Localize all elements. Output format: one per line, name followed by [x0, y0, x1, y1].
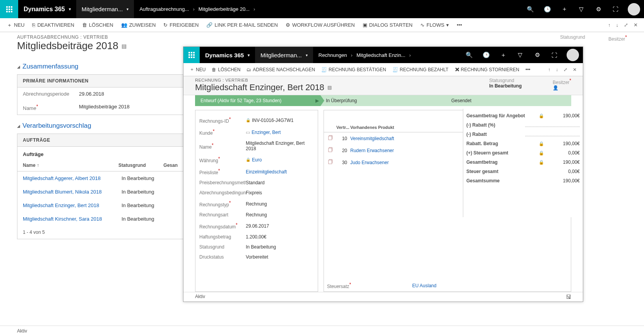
product-link[interactable]: Judo Erwachsener	[349, 159, 465, 166]
nav-down-button[interactable]: ↓	[614, 21, 621, 29]
new-button[interactable]: ＋NEU	[4, 20, 27, 30]
breadcrumb-item[interactable]: Auftragsabrechnung...	[139, 6, 189, 12]
save-icon[interactable]: 🖫	[566, 294, 571, 300]
topbar: Dynamics 365 ▾ Mitgliederman... ▾ Auftra…	[0, 0, 644, 18]
deactivate-button[interactable]: ⎘DEAKTIVIEREN	[29, 21, 77, 29]
pricelist-link[interactable]: Einzelmitgliedschaft	[246, 169, 287, 175]
table-row[interactable]: Mitgliedschaft Enzinger, Bert 2018In Bea…	[17, 199, 183, 212]
chevron-right-icon: ›	[351, 52, 353, 58]
filter-icon[interactable]: ▽	[573, 0, 590, 18]
top-icons: 🔍 🕒 ＋ ▽ ⚙ ⛶	[522, 0, 644, 18]
add-icon[interactable]: ＋	[556, 0, 573, 18]
nav-up-button[interactable]: ↑	[606, 21, 613, 29]
grid-header: Name ↑ Statusgrund Gesan	[17, 159, 183, 171]
nav-down-button[interactable]: ↓	[553, 66, 560, 74]
stage-draft[interactable]: Entwurf (Aktiv für 52 Tage, 23 Stunden) …	[195, 95, 320, 106]
lock-icon: 🔒	[538, 151, 545, 156]
search-icon[interactable]: 🔍	[461, 46, 478, 64]
col-total[interactable]: Gesan	[163, 163, 178, 168]
col-name[interactable]: Name ↑	[23, 163, 118, 168]
order-link[interactable]: Mitgliedschaft Kirschner, Sara 2018	[23, 216, 122, 222]
product-link[interactable]: Rudern Erwachsener	[349, 147, 465, 154]
confirm-invoice-button[interactable]: 🧾RECHNUNG BESTÄTIGEN	[319, 66, 389, 74]
order-link[interactable]: Mitgliedschaft Enzinger, Bert 2018	[23, 202, 122, 208]
settings-icon[interactable]: ⚙	[590, 0, 607, 18]
stage-review[interactable]: In Überprüfung	[320, 95, 446, 106]
popout-button[interactable]: ⤢	[622, 21, 630, 29]
paid-invoice-button[interactable]: 🧾RECHNUNG BEZAHLT	[390, 66, 451, 74]
app-launcher[interactable]	[183, 47, 200, 63]
avatar[interactable]	[567, 49, 579, 61]
area-switcher[interactable]: Mitgliederman... ▾	[76, 0, 134, 18]
brand[interactable]: Dynamics 365 ▾	[18, 6, 76, 13]
app-launcher[interactable]	[0, 0, 18, 18]
currency-link[interactable]: Euro	[252, 157, 262, 163]
lock-icon: 🔒	[538, 113, 545, 118]
col-vertr[interactable]: Vertr...	[335, 124, 349, 130]
breadcrumb-item[interactable]: Mitgliedschaft Enzin...	[356, 52, 405, 58]
stage-sent[interactable]: Gesendet	[446, 95, 571, 106]
breadcrumb-item[interactable]: Mitgliederbeiträge 20...	[199, 6, 250, 12]
order-status: In Bearbeitung	[122, 189, 168, 195]
flag-icon: ▶	[315, 98, 319, 103]
help-icon[interactable]: ⛶	[607, 0, 624, 18]
trash-icon: 🗑	[212, 67, 216, 72]
chevron-down-icon: ▾	[69, 7, 71, 11]
delete-button[interactable]: 🗑LÖSCHEN	[79, 21, 116, 29]
avatar[interactable]	[628, 3, 640, 15]
overflow-button[interactable]: •••	[523, 66, 533, 74]
dialog-button[interactable]: ▣DIALOG STARTEN	[360, 21, 416, 29]
table-row[interactable]: Mitgliedschaft Aggerer, Albert 2018In Be…	[17, 171, 183, 185]
breadcrumb-item[interactable]: Rechnungen	[319, 52, 347, 58]
assign-button[interactable]: 👥ZUWEISEN	[118, 21, 159, 29]
cancel-invoice-button[interactable]: 🗙RECHNUNG STORNIEREN	[452, 66, 522, 74]
recent-icon[interactable]: 🕒	[478, 46, 495, 64]
breadcrumb: Auftragsabrechnung... › Mitgliederbeiträ…	[134, 6, 260, 12]
status-field: Statusgrund In Bearbeitung	[489, 78, 522, 93]
breadcrumb: Rechnungen › Mitgliedschaft Enzin... ›	[313, 52, 416, 58]
nested-topbar: Dynamics 365 ▾ Mitgliederman... ▾ Rechnu…	[183, 47, 583, 63]
workflow-button[interactable]: ⚙WORKFLOW AUSFÜHREN	[283, 21, 358, 29]
col-product[interactable]: Vorhandenes Produkt	[349, 124, 465, 130]
title-menu-icon[interactable]: ▤	[327, 85, 332, 90]
area-switcher[interactable]: Mitgliederman... ▾	[255, 47, 313, 63]
nav-up-button[interactable]: ↑	[546, 66, 553, 74]
subgrid-title: Aufträge	[17, 147, 183, 159]
svg-rect-1	[329, 148, 332, 152]
panel-header: AUFTRÄGE	[17, 134, 183, 147]
overflow-button[interactable]: •••	[454, 21, 465, 29]
lookup-address-button[interactable]: 🗂ADRESSE NACHSCHLAGEN	[244, 66, 317, 74]
fullscreen-icon[interactable]: ⛶	[546, 46, 563, 64]
close-button[interactable]: ✕	[631, 21, 640, 29]
table-row[interactable]: Mitgliedschaft Blumert, Nikola 2018In Be…	[17, 185, 183, 199]
email-link-button[interactable]: 🔗LINK PER E-MAIL SENDEN	[203, 21, 281, 29]
flows-button[interactable]: ∿FLOWS ▾	[417, 21, 452, 29]
delete-button[interactable]: 🗑LÖSCHEN	[209, 66, 243, 74]
page-subtitle: RECHNUNG : VERTRIEB	[195, 78, 332, 82]
product-link[interactable]: Vereinsmitgliedschaft	[349, 135, 465, 142]
close-button[interactable]: ✕	[570, 66, 579, 74]
settings-icon[interactable]: ⚙	[529, 46, 546, 64]
new-button[interactable]: ＋NEU	[187, 65, 208, 74]
title-menu-icon[interactable]: ▤	[122, 43, 127, 49]
order-link[interactable]: Mitgliedschaft Aggerer, Albert 2018	[23, 175, 122, 181]
flows-icon: ∿	[420, 22, 425, 28]
chevron-down-icon: ▾	[127, 7, 128, 11]
owner-field: Besitzer* 👤	[553, 78, 571, 93]
table-row[interactable]: Mitgliedschaft Kirschner, Sara 2018In Be…	[17, 212, 183, 226]
tax-rate-link[interactable]: EU Ausland	[412, 283, 437, 288]
col-status[interactable]: Statusgrund	[118, 163, 163, 168]
customer-link[interactable]: Enzinger, Bert	[252, 130, 281, 135]
add-icon[interactable]: ＋	[495, 46, 512, 64]
search-icon[interactable]: 🔍	[522, 0, 539, 18]
command-bar: ＋NEU ⎘DEAKTIVIEREN 🗑LÖSCHEN 👥ZUWEISEN ↻F…	[0, 18, 644, 32]
primary-info-panel: PRIMÄRE INFORMATIONEN Abrechnungsperiode…	[17, 74, 183, 115]
chevron-right-icon: ›	[253, 6, 255, 12]
nested-body: Rechnungs-ID*🔒INV-01016-J4G7W1 Kunde*▭En…	[183, 110, 583, 292]
recent-icon[interactable]: 🕒	[539, 0, 556, 18]
popout-button[interactable]: ⤢	[561, 66, 570, 74]
share-button[interactable]: ↻FREIGEBEN	[160, 21, 202, 29]
order-link[interactable]: Mitgliedschaft Blumert, Nikola 2018	[23, 189, 122, 195]
filter-icon[interactable]: ▽	[512, 46, 529, 64]
brand[interactable]: Dynamics 365 ▾	[200, 52, 255, 58]
